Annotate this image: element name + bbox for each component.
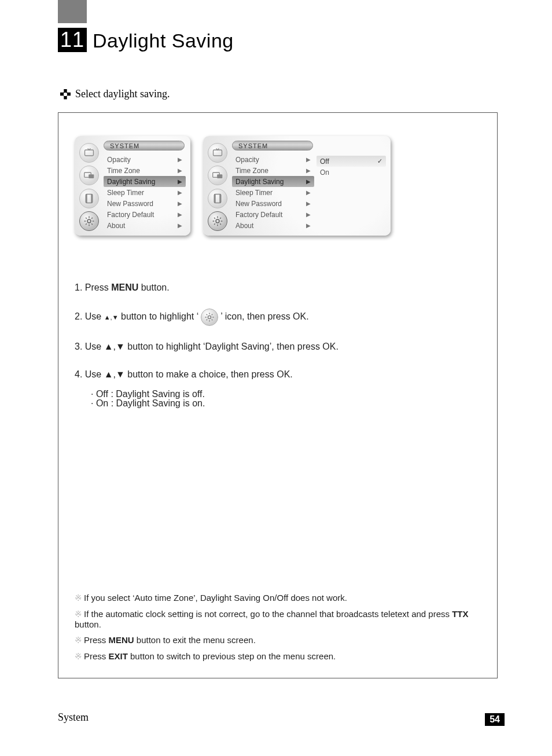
note-3: ※Press MENU button to exit the menu scre…: [75, 635, 481, 645]
caret-icon: ▶: [306, 189, 311, 196]
caret-icon: ▶: [306, 156, 311, 163]
gear-icon: [208, 211, 227, 231]
film-icon: [208, 189, 227, 208]
step-1: 1. Press MENU button.: [75, 281, 481, 295]
manual-page: 11 Daylight Saving Select daylight savin…: [0, 0, 552, 756]
gray-tab: [58, 0, 87, 23]
text: 2. Use: [75, 311, 104, 321]
text: button.: [138, 282, 169, 292]
menu-item-label: Sleep Timer: [107, 189, 144, 197]
svg-rect-7: [214, 150, 222, 156]
menu-item-label: Sleep Timer: [235, 189, 273, 197]
note-1: ※If you select ‘Auto time Zone’, Dayligh…: [75, 593, 481, 603]
menu-item: Daylight Saving▶: [232, 176, 314, 187]
svg-rect-0: [85, 150, 94, 156]
osd-option-list: Off✓On: [317, 156, 386, 231]
film-icon: [79, 189, 99, 208]
menu-item: New Password▶: [232, 198, 314, 209]
text: If you select ‘Auto time Zone’, Daylight…: [84, 593, 347, 603]
caret-icon: ▶: [178, 200, 182, 207]
content-box: SYSTEM Opacity▶Time Zone▶Daylight Saving…: [58, 112, 498, 678]
menu-item: New Password▶: [104, 198, 186, 209]
menu-item-label: New Password: [107, 200, 153, 208]
osd-sidebar: [208, 141, 230, 231]
exit-label: EXIT: [109, 651, 128, 661]
menu-item-label: Time Zone: [107, 167, 140, 175]
svg-point-14: [208, 315, 211, 318]
caret-icon: ▶: [178, 178, 182, 185]
svg-rect-9: [217, 175, 222, 179]
note-4: ※Press EXIT button to switch to previous…: [75, 651, 481, 662]
intro-text: Select daylight saving.: [75, 88, 170, 100]
menu-item-label: Factory Default: [235, 211, 282, 219]
menu-item: Time Zone▶: [232, 165, 314, 176]
text: button to highlight ‘: [119, 311, 199, 321]
caret-icon: ▶: [306, 167, 311, 174]
step-4-on: · On : Daylight Saving is on.: [91, 397, 481, 410]
menu-item-label: Opacity: [235, 156, 259, 164]
svg-rect-5: [91, 194, 93, 203]
menu-item-label: Time Zone: [235, 167, 268, 175]
step-2: 2. Use ▲,▼ button to highlight ‘’ icon, …: [75, 309, 481, 326]
ttx-label: TTX: [452, 609, 468, 619]
option-label: On: [320, 168, 329, 177]
menu-item: Opacity▶: [232, 154, 314, 165]
caret-icon: ▶: [178, 156, 182, 163]
chapter-number: 11: [58, 28, 87, 52]
osd-system-menu: SYSTEM Opacity▶Time Zone▶Daylight Saving…: [75, 136, 190, 236]
instructions: 1. Press MENU button. 2. Use ▲,▼ button …: [75, 281, 481, 410]
osd-row: SYSTEM Opacity▶Time Zone▶Daylight Saving…: [75, 136, 481, 236]
note-marker-icon: ※: [75, 651, 82, 661]
caret-icon: ▶: [178, 222, 182, 229]
menu-label: MENU: [109, 635, 134, 645]
menu-item-label: Daylight Saving: [235, 178, 284, 186]
menu-item-label: New Password: [235, 200, 282, 208]
step-4: 4. Use ▲,▼ button to make a choice, then…: [75, 368, 481, 381]
option-item: Off✓: [317, 156, 386, 167]
step-3: 3. Use ▲,▼ button to highlight ‘Daylight…: [75, 340, 481, 354]
osd-header: SYSTEM: [232, 141, 313, 151]
svg-point-6: [87, 219, 91, 223]
menu-item: About▶: [104, 220, 186, 231]
menu-item-label: Daylight Saving: [107, 178, 155, 186]
menu-item-label: Opacity: [107, 156, 131, 164]
svg-rect-2: [89, 175, 94, 179]
svg-rect-11: [214, 194, 216, 203]
text: ’ icon, then press OK.: [220, 311, 308, 321]
pip-icon: [79, 166, 99, 185]
option-label: Off: [320, 157, 329, 166]
tv-icon: [79, 143, 99, 163]
text: 1. Press: [75, 282, 111, 292]
arrow-icons: ▲,▼: [104, 314, 119, 321]
text: button.: [75, 619, 101, 629]
osd-system-submenu: SYSTEM Opacity▶Time Zone▶Daylight Saving…: [203, 136, 391, 236]
caret-icon: ▶: [306, 222, 311, 229]
menu-item: About▶: [232, 220, 314, 231]
footnotes: ※If you select ‘Auto time Zone’, Dayligh…: [75, 593, 481, 667]
menu-item: Time Zone▶: [104, 165, 186, 176]
osd-menu-list: Opacity▶Time Zone▶Daylight Saving▶Sleep …: [232, 154, 314, 231]
osd-menu-list: Opacity▶Time Zone▶Daylight Saving▶Sleep …: [104, 154, 186, 231]
text: Press: [84, 651, 109, 661]
menu-label: MENU: [111, 282, 138, 292]
menu-item-label: About: [235, 222, 253, 230]
osd-header: SYSTEM: [104, 141, 185, 151]
note-marker-icon: ※: [75, 593, 82, 603]
page-number: 54: [485, 713, 505, 726]
caret-icon: ▶: [178, 189, 182, 196]
note-marker-icon: ※: [75, 635, 82, 645]
check-icon: ✓: [377, 157, 382, 165]
tv-icon: [208, 143, 227, 163]
caret-icon: ▶: [306, 200, 311, 207]
text: Press: [84, 635, 109, 645]
caret-icon: ▶: [178, 167, 182, 174]
text: If the automatic clock setting is not co…: [84, 609, 452, 619]
chapter-title: Daylight Saving: [93, 30, 234, 52]
menu-item: Sleep Timer▶: [104, 187, 186, 198]
gear-icon: [201, 309, 218, 326]
option-item: On: [317, 167, 386, 178]
svg-point-13: [216, 219, 219, 223]
menu-item: Opacity▶: [104, 154, 186, 165]
pip-icon: [208, 166, 227, 185]
section-label: System: [58, 711, 89, 724]
